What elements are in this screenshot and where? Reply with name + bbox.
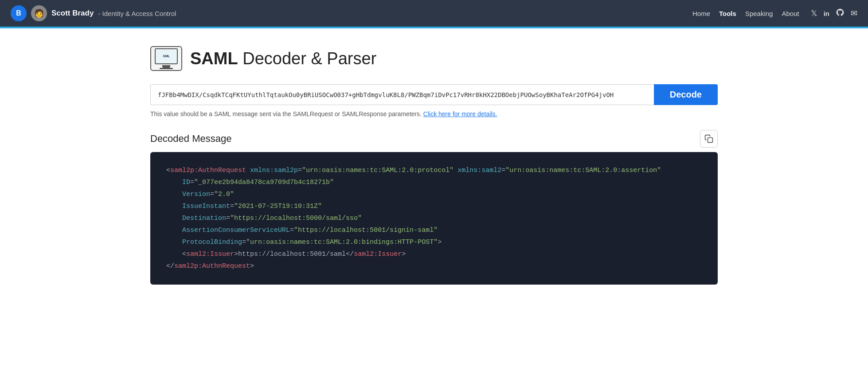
input-row: Decode: [150, 84, 718, 105]
page-title-rest: Decoder & Parser: [238, 49, 377, 68]
nav-home[interactable]: Home: [692, 10, 710, 17]
code-line-4: IssueInstant="2021-07-25T19:10:31Z": [166, 200, 702, 212]
author-name: Scott Brady: [51, 9, 94, 18]
code-line-6: AssertionConsumerServiceURL="https://loc…: [166, 224, 702, 236]
copy-button[interactable]: [700, 130, 718, 148]
stand-icon: [162, 65, 170, 68]
decoded-title: Decoded Message: [150, 133, 231, 145]
avatar-b: B: [11, 5, 27, 21]
social-icons: 𝕏 in ✉: [811, 8, 857, 19]
nav-about[interactable]: About: [782, 10, 799, 17]
code-block: <saml2p:AuthnRequest xmlns:saml2p="urn:o…: [150, 152, 718, 285]
header-left: B 🧑 Scott Brady - Identity & Access Cont…: [11, 5, 176, 21]
page-icon: XML: [150, 46, 182, 71]
saml-input[interactable]: [150, 84, 654, 105]
helper-text-label: This value should be a SAML message sent…: [150, 110, 422, 117]
decode-button[interactable]: Decode: [654, 84, 718, 105]
copy-icon: [704, 134, 713, 143]
page-title: SAML Decoder & Parser: [190, 49, 376, 68]
email-icon[interactable]: ✉: [851, 8, 857, 18]
code-line-2: ID="_077ee2b94da8478ca9709d7b4c18271b": [166, 176, 702, 188]
nav-tools[interactable]: Tools: [719, 10, 736, 17]
svg-rect-0: [708, 138, 713, 143]
site-header: B 🧑 Scott Brady - Identity & Access Cont…: [0, 0, 868, 27]
code-line-5: Destination="https://localhost:5000/saml…: [166, 212, 702, 224]
github-icon[interactable]: [836, 8, 845, 19]
main-content: XML SAML Decoder & Parser Decode This va…: [124, 28, 744, 302]
avatar-photo: 🧑: [31, 5, 47, 21]
author-subtitle: - Identity & Access Control: [98, 10, 176, 17]
decoded-header: Decoded Message: [150, 130, 718, 148]
page-title-row: XML SAML Decoder & Parser: [150, 46, 718, 71]
code-line-8: <saml2:Issuer>https://localhost:5001/sam…: [166, 248, 702, 260]
screen-icon: XML: [155, 48, 178, 64]
page-title-bold: SAML: [190, 49, 238, 68]
main-nav: Home Tools Speaking About 𝕏 in ✉: [692, 8, 857, 19]
linkedin-icon[interactable]: in: [824, 10, 829, 17]
twitter-icon[interactable]: 𝕏: [811, 8, 817, 18]
base-icon: [160, 68, 173, 69]
code-line-9: </saml2p:AuthnRequest>: [166, 260, 702, 272]
code-line-7: ProtocolBinding="urn:oasis:names:tc:SAML…: [166, 236, 702, 248]
code-line-3: Version="2.0": [166, 188, 702, 200]
helper-link[interactable]: Click here for more details.: [423, 110, 497, 117]
helper-text: This value should be a SAML message sent…: [150, 110, 718, 117]
code-line-1: <saml2p:AuthnRequest xmlns:saml2p="urn:o…: [166, 164, 702, 176]
nav-speaking[interactable]: Speaking: [745, 10, 773, 17]
